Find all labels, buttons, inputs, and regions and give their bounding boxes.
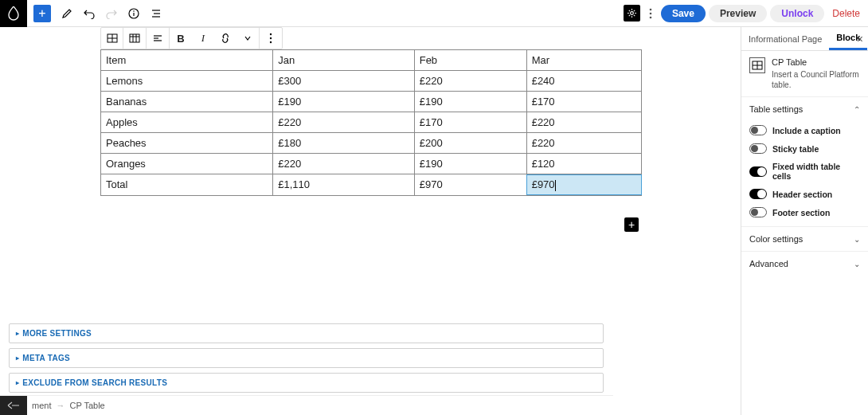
svg-point-8 [650, 12, 652, 14]
table-cell[interactable]: £970 [526, 174, 641, 196]
unlock-button[interactable]: Unlock [770, 5, 824, 22]
table-header-cell[interactable]: Item [101, 50, 273, 71]
toolbar-right: Save Preview Unlock Delete [624, 4, 868, 23]
table-cell[interactable]: Oranges [101, 154, 273, 174]
table-settings-header[interactable]: Table settings ⌃ [741, 97, 868, 121]
preview-button[interactable]: Preview [709, 5, 767, 22]
table-cell[interactable]: £970 [414, 174, 526, 196]
table-cell[interactable]: £170 [414, 112, 526, 133]
table-header-cell[interactable]: Mar [526, 50, 641, 71]
toolbar-left: + [0, 0, 167, 26]
chevron-up-icon: ⌃ [854, 105, 860, 114]
edit-mode-icon[interactable] [57, 4, 76, 23]
drupal-logo-icon[interactable] [0, 0, 27, 27]
table-header-cell[interactable]: Feb [414, 50, 526, 71]
cp-table-block[interactable]: ItemJanFebMarLemons£300£220£240Bananas£1… [100, 49, 642, 196]
redo-button[interactable] [102, 4, 121, 23]
delete-link[interactable]: Delete [832, 8, 860, 19]
block-toolbar: B I [100, 27, 283, 49]
table-cell[interactable]: £200 [414, 133, 526, 154]
table-cell[interactable]: £300 [273, 71, 414, 92]
table-cell[interactable]: £220 [273, 112, 414, 133]
accordion-header[interactable]: ▸EXCLUDE FROM SEARCH RESULTS [9, 373, 604, 393]
svg-point-21 [270, 37, 272, 39]
align-icon[interactable] [147, 28, 169, 49]
table-cell[interactable]: £190 [414, 154, 526, 174]
breadcrumb-parent[interactable]: ment [32, 401, 51, 410]
table-cell[interactable]: Total [101, 174, 273, 196]
breadcrumb-current[interactable]: CP Table [69, 401, 104, 410]
table-cell[interactable]: £220 [526, 133, 641, 154]
table-cell[interactable]: £190 [414, 92, 526, 112]
block-options-icon[interactable] [260, 28, 282, 49]
toggle-label: Include a caption [772, 126, 841, 135]
table-block-icon[interactable] [101, 28, 123, 49]
table-cell[interactable]: Apples [101, 112, 273, 133]
table-cell[interactable]: £170 [526, 92, 641, 112]
breadcrumb-separator-icon: → [56, 401, 65, 410]
triangle-right-icon: ▸ [16, 330, 19, 337]
table-cell[interactable]: £190 [273, 92, 414, 112]
info-icon[interactable] [124, 4, 143, 23]
table-cell[interactable]: £180 [273, 133, 414, 154]
italic-button[interactable]: I [192, 28, 214, 49]
table-cell[interactable]: £120 [526, 154, 641, 174]
table-edit-icon[interactable] [123, 28, 146, 49]
toggle-row: Footer section [749, 203, 860, 221]
save-button[interactable]: Save [661, 5, 706, 22]
accordion-header[interactable]: ▸MORE SETTINGS [9, 323, 604, 343]
table-cell[interactable]: £1,110 [273, 174, 414, 196]
toggle-switch[interactable] [749, 143, 767, 154]
toggle-row: Include a caption [749, 121, 860, 139]
toggle-switch[interactable] [749, 207, 767, 217]
accordion-header[interactable]: ▸META TAGS [9, 348, 604, 368]
page-accordions: ▸MORE SETTINGS▸META TAGS▸EXCLUDE FROM SE… [9, 323, 604, 393]
svg-point-22 [270, 41, 272, 43]
triangle-right-icon: ▸ [16, 354, 19, 362]
link-button[interactable] [214, 28, 237, 49]
table-cell[interactable]: £220 [526, 112, 641, 133]
toggle-label: Footer section [772, 208, 830, 217]
settings-gear-icon[interactable] [624, 5, 640, 22]
sidebar-tabs: Informational Page Block × [741, 27, 868, 51]
breadcrumb-toggle-icon[interactable] [0, 396, 27, 416]
bold-button[interactable]: B [170, 28, 192, 49]
table-header-cell[interactable]: Jan [273, 50, 414, 71]
table-cell[interactable]: Lemons [101, 71, 273, 92]
insert-block-inline-button[interactable]: + [624, 217, 639, 232]
close-sidebar-icon[interactable]: × [857, 33, 863, 45]
triangle-right-icon: ▸ [16, 379, 19, 386]
section-table-settings: Table settings ⌃ Include a captionSticky… [741, 96, 868, 226]
advanced-header[interactable]: Advanced ⌄ [741, 252, 868, 276]
undo-button[interactable] [80, 4, 99, 23]
svg-rect-13 [130, 34, 139, 42]
svg-point-20 [270, 33, 272, 35]
table-small-icon [749, 57, 765, 73]
toggle-switch[interactable] [749, 125, 767, 135]
table-cell[interactable]: Bananas [101, 92, 273, 112]
more-menu-icon[interactable] [643, 4, 658, 23]
svg-point-6 [631, 12, 634, 15]
color-settings-header[interactable]: Color settings ⌄ [741, 227, 868, 251]
toggle-row: Sticky table [749, 139, 860, 158]
tab-informational-page[interactable]: Informational Page [741, 27, 829, 50]
table-cell[interactable]: £220 [414, 71, 526, 92]
table-cell[interactable]: Peaches [101, 133, 273, 154]
add-block-button[interactable]: + [33, 5, 51, 22]
outline-icon[interactable] [147, 4, 166, 23]
more-format-chevron-icon[interactable] [237, 28, 259, 49]
chevron-down-icon: ⌄ [854, 235, 860, 244]
svg-point-9 [650, 16, 652, 18]
block-title: CP Table [772, 57, 860, 67]
block-header: CP Table Insert a Council Platform table… [741, 51, 868, 96]
block-breadcrumb: ment → CP Table [0, 395, 613, 415]
toggle-switch[interactable] [749, 189, 767, 199]
toggle-label: Header section [772, 190, 832, 199]
toggle-label: Sticky table [772, 144, 819, 154]
table-cell[interactable]: £220 [273, 154, 414, 174]
svg-point-2 [133, 10, 135, 12]
toggle-switch[interactable] [749, 166, 767, 177]
toggle-label: Fixed width table cells [772, 162, 860, 181]
editor-canvas: B I ItemJanFebMarLemons£300£220£240Banan… [0, 27, 741, 415]
table-cell[interactable]: £240 [526, 71, 641, 92]
